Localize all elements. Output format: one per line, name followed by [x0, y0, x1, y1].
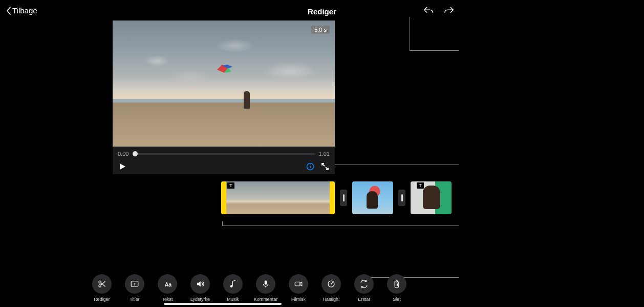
svg-marker-3: [120, 163, 125, 170]
scissors-icon: [97, 279, 106, 289]
tool-label: Kommentar: [254, 297, 278, 302]
title-overlay-icon: T: [417, 182, 424, 189]
annotation-leader: [410, 17, 410, 51]
annotation-leader: [222, 226, 459, 226]
timeline-clip[interactable]: T: [221, 181, 335, 214]
svg-point-8: [99, 285, 101, 288]
trash-icon: [392, 279, 401, 289]
tool-label: Musik: [227, 297, 239, 302]
tool-filmic[interactable]: Filmisk: [286, 274, 311, 302]
microphone-icon: [261, 279, 270, 289]
chevron-left-icon: [6, 7, 11, 15]
timeline-clip[interactable]: [352, 181, 393, 214]
annotation-leader: [410, 50, 459, 51]
annotation-leader: [332, 165, 459, 165]
back-label: Tilbage: [12, 6, 37, 15]
scrub-knob[interactable]: [133, 151, 138, 156]
tool-label: Hastigh.: [323, 297, 339, 302]
tool-text[interactable]: Aa Tekst: [155, 274, 180, 302]
time-total: 1.01: [319, 151, 330, 157]
tool-label: Lydstyrke: [190, 297, 210, 302]
preview-content-person: [244, 91, 250, 109]
video-camera-icon: [294, 279, 303, 289]
svg-point-14: [230, 285, 233, 288]
undo-icon: [423, 5, 434, 16]
video-preview: 5,0 s 0.00 1.01: [113, 21, 335, 174]
time-current: 0.00: [118, 151, 128, 157]
tool-label: Rediger: [94, 297, 110, 302]
info-button[interactable]: [306, 162, 314, 173]
speaker-icon: [196, 279, 205, 289]
duration-badge: 5,0 s: [311, 26, 330, 34]
preview-frame[interactable]: 5,0 s: [113, 21, 335, 147]
swap-icon: [359, 279, 369, 289]
page-title: Rediger: [308, 7, 336, 16]
svg-point-20: [331, 283, 332, 284]
tool-label: Erstat: [358, 297, 370, 302]
scrub-track[interactable]: [133, 153, 314, 155]
tool-label: Tekst: [162, 297, 173, 302]
font-icon: Aa: [163, 279, 172, 289]
tool-replace[interactable]: Erstat: [352, 274, 376, 302]
tool-edit[interactable]: Rediger: [90, 274, 114, 302]
tool-delete[interactable]: Slet: [384, 274, 409, 302]
back-button[interactable]: Tilbage: [6, 6, 37, 15]
annotation-leader: [222, 221, 223, 226]
toolbar-scroll-indicator: [164, 303, 282, 305]
svg-text:T: T: [134, 282, 136, 286]
tool-label: Filmisk: [291, 297, 306, 302]
tool-music[interactable]: Musik: [221, 274, 245, 302]
timeline[interactable]: T T: [221, 181, 452, 214]
play-icon: [119, 163, 126, 170]
gauge-icon: [327, 279, 336, 289]
svg-text:Aa: Aa: [165, 281, 172, 288]
title-frame-icon: T: [130, 279, 139, 289]
info-icon: [306, 162, 314, 171]
undo-button[interactable]: [423, 5, 434, 18]
svg-rect-17: [295, 282, 300, 286]
preview-content-kite: [217, 65, 232, 75]
header-bar: Tilbage Rediger: [0, 0, 644, 23]
transport-bar: [113, 161, 335, 174]
fullscreen-icon: [321, 163, 329, 170]
timeline-clip[interactable]: T: [411, 181, 452, 214]
scrub-bar: 0.00 1.01: [113, 147, 335, 161]
redo-button[interactable]: [443, 5, 455, 18]
music-note-icon: [228, 279, 238, 289]
annotation-leader: [437, 11, 459, 11]
tool-volume[interactable]: Lydstyrke: [188, 274, 212, 302]
play-button[interactable]: [119, 163, 126, 172]
transition-button[interactable]: [398, 190, 405, 206]
tool-speed[interactable]: Hastigh.: [319, 274, 344, 302]
svg-rect-15: [265, 280, 267, 284]
tool-label: Slet: [393, 297, 401, 302]
tool-titles[interactable]: T Titler: [122, 274, 147, 302]
tool-toolbar: Rediger T Titler Aa Tekst Lydstyrke Musi…: [90, 274, 409, 302]
tool-label: Titler: [130, 297, 140, 302]
title-overlay-icon: T: [227, 182, 234, 189]
tool-voiceover[interactable]: Kommentar: [253, 274, 278, 302]
fullscreen-button[interactable]: [321, 163, 329, 172]
svg-point-7: [99, 281, 101, 283]
transition-button[interactable]: [340, 190, 347, 206]
undo-redo-group: [423, 5, 455, 18]
svg-point-6: [310, 165, 311, 166]
